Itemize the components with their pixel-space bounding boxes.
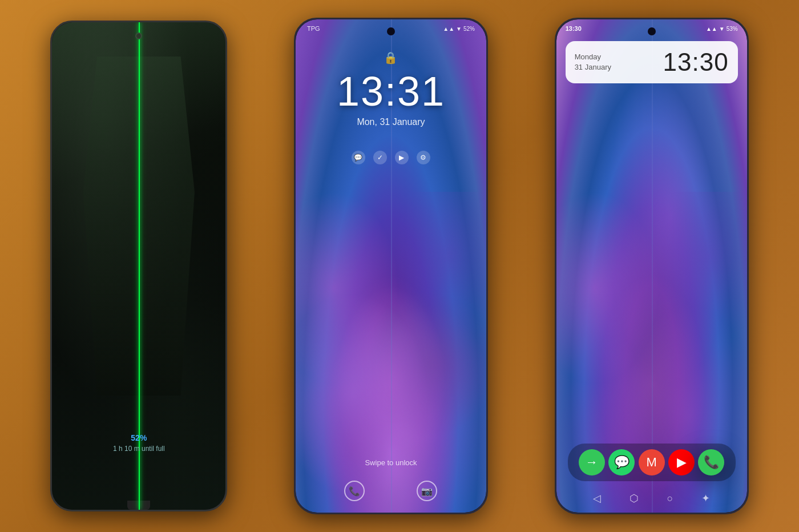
phone-3-screen[interactable]: 13:30 ▲▲ ▼ 53% Monday 31 January 13:30 →… bbox=[556, 19, 747, 513]
phone-app-icon[interactable]: 📞 bbox=[698, 449, 724, 475]
battery-icon: 52% bbox=[463, 26, 475, 32]
home-camera-notch bbox=[648, 27, 656, 35]
camera-notch bbox=[387, 27, 395, 35]
scene: 52% 1 h 10 m until full TPG ▲▲ ▼ 52% bbox=[0, 0, 799, 532]
home-status-icons: ▲▲ ▼ 53% bbox=[706, 26, 738, 32]
nav-home[interactable]: ○ bbox=[667, 493, 673, 505]
email-notif: ✓ bbox=[373, 151, 387, 164]
clock-date-text: Monday 31 January bbox=[575, 52, 611, 72]
signal-icon: ▲▲ bbox=[443, 26, 454, 32]
clock-widget[interactable]: Monday 31 January 13:30 bbox=[566, 41, 738, 83]
clock-time-text: 13:30 bbox=[663, 48, 729, 76]
whatsapp-app-icon[interactable]: 💬 bbox=[608, 449, 635, 475]
charging-time: 1 h 10 m until full bbox=[52, 445, 225, 453]
nav-bar: ◁ ⬡ ○ ✦ bbox=[556, 492, 747, 505]
battery-info: 52% 1 h 10 m until full bbox=[52, 433, 225, 453]
settings-notif: ⚙ bbox=[417, 151, 430, 164]
lock-date: Mon, 31 January bbox=[296, 117, 486, 127]
home-battery-icon: 53% bbox=[727, 26, 738, 32]
messages-app-icon[interactable]: → bbox=[579, 449, 605, 475]
phone-2-screen[interactable]: TPG ▲▲ ▼ 52% 🔒 13:31 Mon, 31 January 💬 ✓… bbox=[296, 19, 486, 513]
phone-3: 13:30 ▲▲ ▼ 53% Monday 31 January 13:30 →… bbox=[555, 18, 749, 514]
youtube-app-icon[interactable]: ▶ bbox=[668, 449, 695, 475]
phone-quick-icon[interactable]: 📞 bbox=[344, 481, 365, 501]
whatsapp-notif: 💬 bbox=[352, 151, 365, 164]
phone-1-screen: 52% 1 h 10 m until full bbox=[52, 22, 225, 510]
lock-time: 13:31 bbox=[296, 68, 486, 115]
carrier-label: TPG bbox=[307, 25, 320, 32]
battery-percent: 52% bbox=[52, 433, 225, 442]
phone-1: 52% 1 h 10 m until full bbox=[50, 21, 227, 511]
gmail-app-icon[interactable]: M bbox=[639, 449, 665, 475]
play-notif: ▶ bbox=[395, 151, 409, 164]
status-icons: ▲▲ ▼ 52% bbox=[443, 26, 475, 32]
camera-quick-icon[interactable]: 📷 bbox=[417, 481, 437, 501]
camera-dot bbox=[135, 33, 142, 39]
wifi-icon: ▼ bbox=[456, 26, 462, 32]
nav-extra[interactable]: ✦ bbox=[701, 492, 710, 505]
lock-bottom-bar: 📞 📷 bbox=[296, 481, 486, 501]
home-signal-icon: ▲▲ bbox=[706, 26, 717, 32]
status-time: 13:30 bbox=[566, 25, 582, 32]
nav-back[interactable]: ◁ bbox=[593, 492, 601, 505]
nav-recents[interactable]: ⬡ bbox=[629, 492, 639, 505]
time-display: 13:31 Mon, 31 January bbox=[296, 68, 486, 127]
lock-icon: 🔒 bbox=[384, 51, 398, 65]
phone-2: TPG ▲▲ ▼ 52% 🔒 13:31 Mon, 31 January 💬 ✓… bbox=[294, 18, 488, 514]
notification-icons: 💬 ✓ ▶ ⚙ bbox=[296, 151, 486, 164]
swipe-hint[interactable]: Swipe to unlock bbox=[296, 458, 486, 467]
home-wifi-icon: ▼ bbox=[719, 26, 725, 32]
green-line-3 bbox=[652, 19, 653, 513]
app-dock: → 💬 M ▶ 📞 bbox=[568, 444, 736, 481]
